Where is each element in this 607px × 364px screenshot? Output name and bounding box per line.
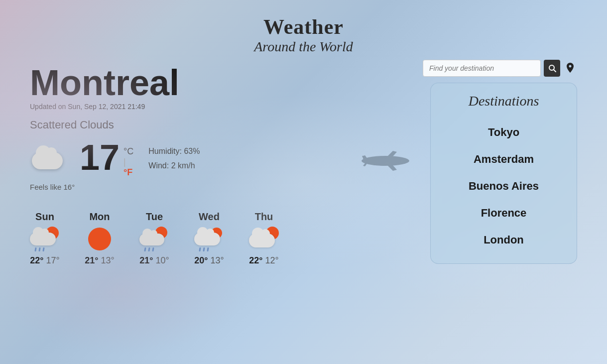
- forecast-label-sun: Sun: [35, 211, 54, 223]
- forecast-low-wed: 13°: [211, 255, 224, 265]
- destinations-title: Destinations: [436, 93, 572, 109]
- unit-fahrenheit[interactable]: °F: [123, 167, 132, 178]
- updated-text: Updated on Sun, Sep 12, 2021 21:49: [30, 103, 413, 111]
- weather-icon-main: [30, 145, 65, 172]
- forecast-label-tue: Tue: [146, 211, 163, 223]
- forecast-label-mon: Mon: [89, 211, 110, 223]
- humidity-text: Humidity: 63%: [148, 144, 200, 159]
- feels-like: Feels like 16°: [30, 183, 413, 191]
- search-icon: [548, 64, 556, 72]
- forecast-day-thu: Thu 22° 12°: [249, 211, 279, 266]
- forecast-label-thu: Thu: [255, 211, 273, 223]
- page-title: Weather: [0, 15, 607, 39]
- forecast-icon-mon: [85, 227, 115, 251]
- page-subtitle: Around the World: [0, 39, 607, 55]
- forecast-icon-sun: [30, 227, 60, 251]
- forecast-icon-thu: [249, 227, 279, 251]
- location-icon: [566, 63, 575, 74]
- temperature-units: °C |°F: [123, 139, 133, 178]
- destination-item-florence[interactable]: Florence: [436, 200, 572, 227]
- forecast-high-tue: 21°: [139, 255, 153, 265]
- forecast-temps-tue: 21° 10°: [139, 255, 169, 266]
- forecast-day-tue: Tue: [139, 211, 169, 266]
- search-input[interactable]: [423, 60, 541, 77]
- destination-item-buenos-aires[interactable]: Buenos Aires: [436, 173, 572, 200]
- forecast-day-mon: Mon 21° 13°: [85, 211, 115, 266]
- forecast-low-sun: 17°: [46, 255, 60, 265]
- right-panel: Destinations Tokyo Amsterdam Buenos Aire…: [423, 60, 577, 264]
- forecast-row: Sun: [30, 211, 413, 266]
- destinations-panel: Destinations Tokyo Amsterdam Buenos Aire…: [430, 83, 577, 264]
- main-content: Montreal Updated on Sun, Sep 12, 2021 21…: [0, 55, 607, 276]
- forecast-icon-tue: [139, 227, 169, 251]
- city-name: Montreal: [30, 65, 413, 101]
- forecast-icon-wed: [194, 227, 224, 251]
- forecast-low-tue: 10°: [156, 255, 169, 265]
- forecast-low-thu: 12°: [265, 255, 279, 265]
- forecast-high-wed: 20°: [194, 255, 208, 265]
- forecast-high-sun: 22°: [30, 255, 43, 265]
- temperature-value: 17: [80, 139, 120, 175]
- forecast-temps-thu: 22° 12°: [249, 255, 278, 266]
- forecast-day-wed: Wed: [194, 211, 224, 266]
- airplane-icon: [358, 147, 413, 174]
- location-button[interactable]: [563, 61, 577, 75]
- airplane-decoration: [358, 147, 413, 176]
- svg-line-2: [554, 70, 556, 72]
- forecast-day-sun: Sun: [30, 211, 60, 266]
- forecast-low-mon: 13°: [101, 255, 115, 265]
- cloud-shape: [32, 152, 63, 169]
- weather-details: Humidity: 63% Wind: 2 km/h: [148, 144, 200, 173]
- left-panel: Montreal Updated on Sun, Sep 12, 2021 21…: [30, 65, 413, 266]
- search-button[interactable]: [544, 60, 561, 77]
- wind-text: Wind: 2 km/h: [148, 159, 200, 173]
- temperature-display: 17 °C |°F: [80, 139, 133, 178]
- current-weather-row: 17 °C |°F Humidity: 63% Wind: 2 km/h: [30, 139, 413, 178]
- condition-text: Scattered Clouds: [30, 119, 413, 131]
- search-row: [423, 60, 577, 77]
- forecast-temps-sun: 22° 17°: [30, 255, 59, 266]
- forecast-label-wed: Wed: [199, 211, 220, 223]
- unit-celsius[interactable]: °C: [123, 146, 133, 157]
- destination-item-amsterdam[interactable]: Amsterdam: [436, 146, 572, 173]
- page-header: Weather Around the World: [0, 0, 607, 55]
- forecast-temps-wed: 20° 13°: [194, 255, 224, 266]
- forecast-high-thu: 22°: [249, 255, 262, 265]
- destination-item-london[interactable]: London: [436, 227, 572, 253]
- forecast-temps-mon: 21° 13°: [85, 255, 114, 266]
- forecast-high-mon: 21°: [85, 255, 98, 265]
- destination-item-tokyo[interactable]: Tokyo: [436, 119, 572, 146]
